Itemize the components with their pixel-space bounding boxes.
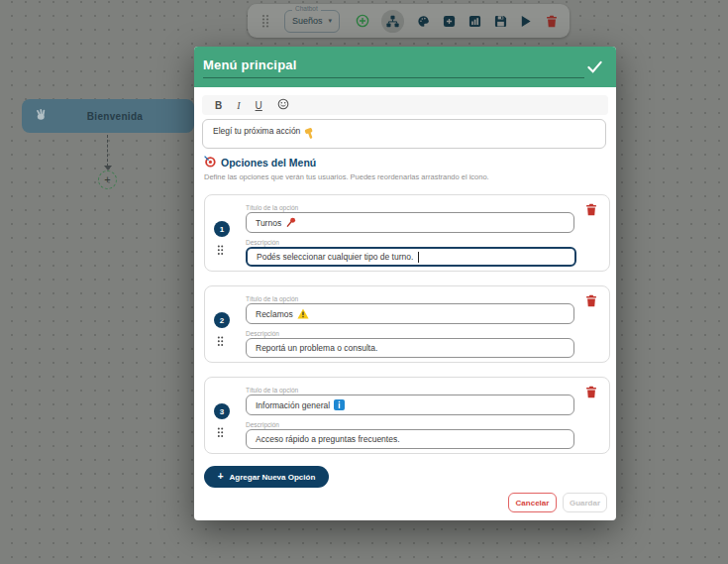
chatbot-select-label: Chatbot [292,6,321,13]
add-option-button[interactable]: + Agregar Nueva Opción [204,466,329,488]
node-label: Bienvenida [48,111,182,122]
option-card-2: 2 Título de la opción Reclamos Descripci… [204,285,610,363]
sitemap-button-active[interactable] [381,10,404,33]
save-button-disabled[interactable]: Guardar [563,493,607,512]
option-description-input-focused[interactable]: Podés seleccionar cualquier tipo de turn… [246,247,576,267]
target-icon [204,156,216,169]
confirm-title-icon[interactable] [587,59,602,77]
sitemap-icon [388,19,396,23]
delete-option-icon[interactable] [585,202,597,215]
text-cursor [418,252,419,263]
chatbot-select[interactable]: Chatbot Sueños ▾ [284,10,340,33]
option-description-label: Descripción [246,239,279,246]
option-number-badge: 1 [214,221,230,237]
information-icon [334,396,345,414]
bold-button[interactable]: B [215,100,222,111]
dialog-title-input[interactable]: Menú principal [203,57,584,78]
play-icon[interactable] [519,14,533,28]
option-card-3: 3 Título de la opción Información genera… [204,377,610,454]
option-title-input[interactable]: Información general [246,395,574,415]
option-drag-handle-icon[interactable] [217,242,224,260]
save-icon[interactable] [493,14,507,28]
menu-principal-dialog: Menú principal B I U Elegí tu próxima ac… [194,47,616,520]
options-section-header: Opciones del Menú [204,156,316,169]
option-title-input[interactable]: Reclamos [246,303,574,324]
option-title-label: Título de la opción [246,204,298,211]
options-section-subtitle: Define las opciones que verán tus usuari… [204,172,489,181]
option-description-label: Descripción [246,421,279,428]
option-description-label: Descripción [246,330,279,337]
options-section-title: Opciones del Menú [221,157,316,169]
palette-icon[interactable] [416,14,430,28]
option-number-badge: 2 [214,312,230,328]
underline-button[interactable]: U [256,100,262,111]
waving-hand-icon [34,107,48,125]
option-card-1: 1 Título de la opción Turnos Descripción… [204,194,610,272]
delete-option-icon[interactable] [585,385,597,397]
dialog-header: Menú principal [194,47,616,87]
pointing-down-icon [304,126,315,144]
italic-button[interactable]: I [237,100,240,111]
emoji-picker-icon[interactable] [277,96,289,114]
add-node-button[interactable]: + [98,170,117,189]
text-format-toolbar: B I U [202,95,608,115]
warning-icon [297,305,309,323]
node-bienvenida[interactable]: Bienvenida [22,99,194,133]
stats-icon[interactable] [468,14,481,28]
message-text: Elegí tu próxima acción [213,126,300,136]
pushpin-icon [285,214,296,232]
connector-line [107,135,108,167]
option-drag-handle-icon[interactable] [217,424,224,442]
option-description-input[interactable]: Acceso rápido a preguntas frecuentes. [246,429,574,449]
add-block-icon[interactable] [442,14,456,28]
delete-option-icon[interactable] [585,293,597,306]
message-textarea[interactable]: Elegí tu próxima acción [202,119,606,149]
cancel-button[interactable]: Cancelar [508,493,557,512]
option-title-input[interactable]: Turnos [246,212,574,233]
plus-icon: + [218,472,224,482]
option-title-label: Título de la opción [246,387,298,394]
chatbot-select-value: Sueños [292,16,328,26]
chevron-down-icon: ▾ [328,17,332,25]
flow-toolbar: Chatbot Sueños ▾ [248,4,570,38]
option-description-input[interactable]: Reportá un problema o consulta. [246,338,574,358]
option-drag-handle-icon[interactable] [217,333,224,351]
chatbot-builder-screen: Chatbot Sueños ▾ [0,0,728,564]
delete-flow-icon[interactable] [545,14,559,28]
option-title-label: Título de la opción [246,295,298,302]
add-circle-icon[interactable] [356,14,369,28]
drag-handle-icon[interactable] [259,14,272,28]
option-number-badge: 3 [214,403,230,419]
